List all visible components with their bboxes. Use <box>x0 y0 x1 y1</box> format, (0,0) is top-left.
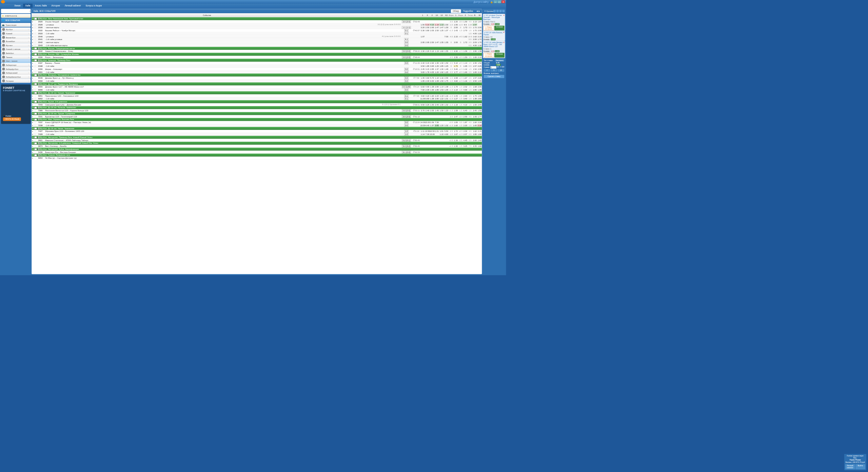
odds-cell[interactable]: 1.50 <box>430 103 434 105</box>
expand-icon[interactable]: ▾ <box>33 154 34 156</box>
odds-cell[interactable]: 6.40 <box>463 110 468 112</box>
odds-cell[interactable]: 5.10 <box>430 50 434 52</box>
fav-icon[interactable]: ☆ <box>34 23 36 25</box>
odds-cell[interactable]: 2.00 <box>453 26 458 28</box>
odds-cell[interactable]: 1.52 <box>472 68 477 70</box>
expand-icon[interactable]: ▸ <box>32 139 34 141</box>
pin-icon[interactable]: ☆ <box>28 32 29 34</box>
odds-cell[interactable]: 2.05 <box>472 145 477 147</box>
expand-icon[interactable]: ▸ <box>32 110 34 112</box>
odds-cell[interactable]: 2.85 <box>434 124 439 126</box>
event-row[interactable]: ▸☆7231Бурсаспор U19 – Галатасарай U193-0… <box>32 115 482 118</box>
expand-icon[interactable]: ▾ <box>33 113 34 115</box>
expand-icon[interactable]: ▸ <box>32 44 34 46</box>
odds-cell[interactable]: 1.95 <box>477 95 482 97</box>
sidebar-sport-item[interactable]: Кибербаскетбол☆ <box>1 75 31 79</box>
col-header[interactable]: X2 <box>444 14 449 16</box>
odds-cell[interactable]: 2.50 <box>430 41 434 43</box>
event-row[interactable]: ▸☆6555Динамо Брест U17 – АФ АБФФ Минск U… <box>32 85 482 88</box>
odds-cell[interactable]: 1.90 <box>430 88 434 91</box>
accept-button[interactable]: Согласен <box>494 26 505 31</box>
col-header[interactable]: Б <box>472 14 477 16</box>
odds-cell[interactable]: 2.50 <box>463 115 468 117</box>
expand-icon[interactable]: ▸ <box>32 62 34 64</box>
sidebar-sport-item[interactable]: Баскетбол☆ <box>1 35 31 39</box>
event-row[interactable]: ▸☆6952- 1-й тайм0-111.003.801.382.801.22… <box>32 97 482 100</box>
odds-cell[interactable]: 10.50 <box>425 130 430 132</box>
odds-cell[interactable]: 11.00 <box>420 98 425 100</box>
event-row[interactable]: ▸☆6873Вест-Уолсенд – Кахиба3-4 (3-2)⏱83:… <box>32 145 482 148</box>
odds-cell[interactable]: 1.80 <box>434 88 439 91</box>
site-access-link[interactable]: Доступ к сайту <box>474 1 489 3</box>
odds-cell[interactable]: 1.35 <box>439 41 444 43</box>
expand-icon[interactable]: ▾ <box>33 127 34 129</box>
fav-icon[interactable]: ☆ <box>34 130 36 132</box>
odds-cell[interactable]: 1.02 <box>444 124 449 126</box>
odds-cell[interactable]: 2.95 <box>430 26 434 28</box>
expand-icon[interactable]: ▸ <box>32 71 34 73</box>
expand-icon[interactable]: ▾ <box>33 18 34 20</box>
col-header[interactable]: X <box>425 14 430 16</box>
odds-cell[interactable]: 3.25 <box>425 103 430 105</box>
league-header[interactable]: ▾⚽ Футбол. Австралия. 1-й дивизион. Севе… <box>32 142 482 145</box>
odds-cell[interactable]: 1.55 <box>444 50 449 52</box>
odds-cell[interactable]: 1.19 <box>434 23 439 25</box>
odds-cell[interactable]: 2.40 <box>425 110 430 112</box>
odds-cell[interactable]: 9.5 <box>463 23 468 25</box>
odds-cell[interactable]: 1.13 <box>463 62 468 64</box>
expand-icon[interactable]: ▾ <box>33 47 34 49</box>
fav-icon[interactable]: ☆ <box>34 71 36 73</box>
logout-button[interactable]: Выйти <box>855 464 865 469</box>
odds-cell[interactable]: 1.30 <box>439 62 444 64</box>
quick-amount-button[interactable]: 10 <box>498 69 504 72</box>
odds-cell[interactable]: 2.80 <box>472 88 477 91</box>
odds-cell[interactable]: 2.35 <box>425 88 430 91</box>
odds-cell[interactable]: 3.50 <box>420 65 425 67</box>
fav-icon[interactable]: ☆ <box>34 145 36 147</box>
odds-cell[interactable]: 4.40 <box>425 124 430 126</box>
odds-cell[interactable]: 2.20 <box>477 121 482 123</box>
event-row[interactable]: ▸☆6550- 1-й тайм0-01.952.406.501.081.501… <box>32 79 482 82</box>
close-coupon-icon[interactable]: ✕ <box>484 10 486 12</box>
odds-cell[interactable]: 1.52 <box>477 62 482 64</box>
odds-cell[interactable]: 1.16 <box>439 77 444 79</box>
odds-cell[interactable]: 1.75 <box>444 80 449 82</box>
odds-cell[interactable]: 1.60 <box>430 95 434 97</box>
col-header[interactable]: 2 <box>430 14 434 16</box>
odds-cell[interactable]: 1.50 <box>477 110 482 112</box>
fav-icon[interactable]: ☆ <box>34 124 36 126</box>
event-row[interactable]: ▸☆2530- желтые карты1-1 (1-1)3.202.502.9… <box>32 26 482 29</box>
odds-cell[interactable]: 4.60 <box>420 95 425 97</box>
league-header[interactable]: ▾⚽ Футбол. Беларусь. Молодежное первенст… <box>32 74 482 77</box>
odds-cell[interactable]: 1.65 <box>472 56 477 58</box>
odds-cell[interactable]: 1.25 <box>439 29 444 32</box>
menu-личный кабинет[interactable]: Личный кабинет <box>62 4 83 8</box>
odds-cell[interactable]: 1.48 <box>444 68 449 70</box>
event-row[interactable]: ▸☆2198- 1-й тайм3.501.853.951.251.851.25… <box>32 65 482 68</box>
odds-cell[interactable]: 1.25 <box>444 71 449 73</box>
odds-cell[interactable]: 1.16 <box>453 139 458 141</box>
event-row[interactable]: ▸☆2520Ульсан Хендай – Мельбурн Виктори3-… <box>32 20 482 23</box>
sidebar-sport-item[interactable]: Футзал☆ <box>1 43 31 47</box>
sidebar-sport-item[interactable]: Хоккей с мячом☆ <box>1 47 31 51</box>
odds-cell[interactable]: 5.50 <box>444 130 449 132</box>
fav-icon[interactable]: ☆ <box>34 88 36 91</box>
odds-cell[interactable]: 1.45 <box>477 139 482 141</box>
place-bet-button[interactable]: Сделать ставку <box>484 75 505 78</box>
odds-cell[interactable]: 4.90 <box>444 133 449 135</box>
expand-icon[interactable]: ▾ <box>33 92 34 94</box>
event-row[interactable]: ▸☆3436Бэнкстаун Юн – Вестерн Кондорс3-1 … <box>32 151 482 154</box>
fav-icon[interactable]: ☆ <box>34 115 36 117</box>
odds-cell[interactable]: 1.07 <box>444 29 449 32</box>
pin-icon[interactable]: ☆ <box>28 64 29 66</box>
odds-cell[interactable]: 1.12 <box>463 68 468 70</box>
odds-cell[interactable]: 1.50 <box>439 110 444 112</box>
odds-cell[interactable]: 1.50 <box>439 80 444 82</box>
event-row[interactable]: ▸☆7389Ягеллония Белосток U19 – Корона Ке… <box>32 109 482 112</box>
expand-icon[interactable]: ▸ <box>32 50 34 52</box>
odds-cell[interactable]: 1.57 <box>472 65 477 67</box>
odds-cell[interactable]: 10.00 <box>420 124 425 126</box>
fav-icon[interactable]: ☆ <box>34 151 36 153</box>
odds-cell[interactable]: 1.53 <box>463 56 468 58</box>
odds-cell[interactable]: 2.00 <box>453 41 458 43</box>
